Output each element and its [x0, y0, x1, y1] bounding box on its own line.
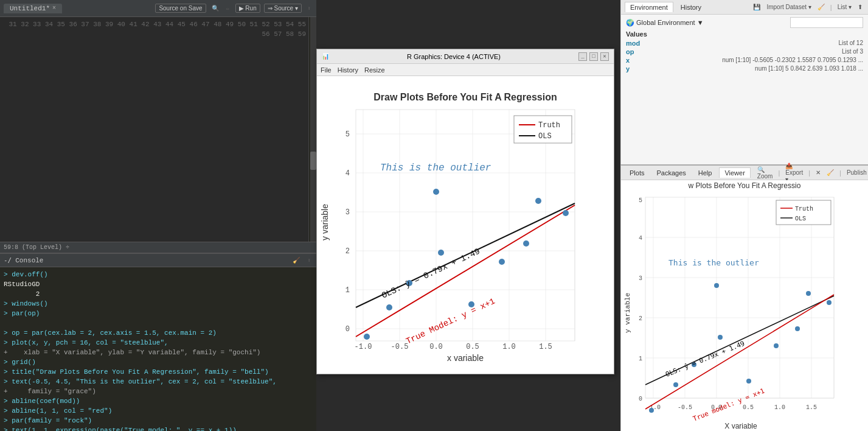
maximize-env-icon[interactable]: ⬆ — [856, 3, 864, 11]
svg-text:2: 2 — [639, 315, 642, 322]
r-graphics-title: R Graphics: Device 4 (ACTIVE) — [407, 53, 501, 60]
console-icon: -/ — [4, 256, 12, 264]
close-btn[interactable]: ✕ — [600, 52, 609, 61]
menu-resize[interactable]: Resize — [364, 66, 385, 74]
svg-text:4: 4 — [345, 169, 350, 178]
menu-history[interactable]: History — [338, 66, 358, 74]
viewer-content: w Plots Before You Fit A Regressio y var… — [621, 180, 868, 431]
source-label: ⇒ Source ▾ — [268, 5, 298, 12]
svg-text:1: 1 — [345, 286, 350, 295]
svg-text:0.0: 0.0 — [429, 343, 443, 351]
svg-point-82 — [806, 291, 811, 296]
svg-text:-1.0: -1.0 — [355, 343, 372, 351]
svg-text:y variable: y variable — [320, 203, 330, 240]
console-content[interactable]: > dev.off() RStudioGD 2 > windows() > pa… — [0, 267, 316, 431]
svg-text:-0.5: -0.5 — [678, 404, 692, 411]
global-env-label[interactable]: 🌍 Global Environment ▼ — [626, 19, 704, 27]
values-label: Values — [626, 30, 863, 38]
env-content: 🌍 Global Environment ▼ Values mod List o… — [621, 15, 868, 164]
editor-tab[interactable]: Untitled1* × — [4, 4, 62, 13]
scrollbar-thumb[interactable] — [310, 152, 316, 170]
scrollbar-vertical[interactable] — [310, 17, 316, 242]
import-dataset-btn[interactable]: Import Dataset ▾ — [765, 3, 813, 11]
viewer-toolbar: Plots Packages Help Viewer 🔍 Zoom | 📤 Ex… — [621, 166, 868, 180]
close-tab-icon[interactable]: × — [52, 5, 56, 12]
viewer-plot-title: w Plots Before You Fit A Regressio — [621, 180, 868, 191]
env-row-x: x num [1:10] -0.5605 -0.2302 1.5587 0.70… — [626, 56, 863, 65]
editor-toolbar: Untitled1* × Source on Save 🔍 ✏️ ▶ Run ⇒… — [0, 0, 316, 17]
environment-panel: Environment History 💾 Import Dataset ▾ 🧹… — [620, 0, 868, 164]
svg-point-32 — [433, 189, 439, 195]
svg-text:1.0: 1.0 — [774, 404, 785, 411]
tab-history[interactable]: History — [676, 2, 706, 12]
editor-panel: Untitled1* × Source on Save 🔍 ✏️ ▶ Run ⇒… — [0, 0, 316, 253]
svg-text:1.0: 1.0 — [502, 343, 516, 351]
spell-icon[interactable]: ✏️ — [224, 4, 232, 13]
svg-text:1.5: 1.5 — [539, 343, 552, 351]
window-controls: _ □ ✕ — [578, 52, 609, 61]
source-btn[interactable]: ⇒ Source ▾ — [264, 4, 302, 13]
main-plot-svg: Draw Plots Before You Fit A Regression 0 — [319, 82, 611, 368]
svg-point-39 — [364, 334, 370, 340]
svg-text:4: 4 — [639, 235, 642, 242]
tab-environment[interactable]: Environment — [625, 2, 673, 12]
svg-text:0.5: 0.5 — [466, 343, 479, 351]
svg-point-87 — [649, 408, 654, 413]
clear-console-icon[interactable]: 🧹 — [291, 256, 302, 265]
svg-point-89 — [795, 326, 800, 331]
run-btn[interactable]: ▶ Run — [235, 4, 260, 13]
run-label: ▶ Run — [239, 5, 257, 12]
restore-btn[interactable]: □ — [589, 52, 598, 61]
clear-env-icon[interactable]: 🧹 — [816, 3, 827, 11]
list-view-btn[interactable]: List ▾ — [836, 3, 853, 11]
svg-point-88 — [827, 300, 832, 305]
save-env-icon[interactable]: 💾 — [751, 3, 762, 11]
svg-text:x variable: x variable — [447, 353, 484, 363]
publish-btn[interactable]: Publish — [845, 169, 868, 177]
svg-text:1.5: 1.5 — [806, 404, 817, 411]
svg-text:-0.5: -0.5 — [391, 343, 409, 351]
maximize-console-icon[interactable]: ⬆ — [305, 256, 313, 265]
svg-text:Truth: Truth — [795, 206, 813, 212]
r-graphics-menu: File History Resize — [317, 64, 614, 76]
tab-help[interactable]: Help — [693, 168, 717, 178]
zoom-btn[interactable]: 🔍 Zoom — [755, 166, 775, 180]
menu-file[interactable]: File — [321, 66, 332, 74]
line-numbers: 31 32 33 34 35 36 37 38 39 40 41 42 43 4… — [0, 17, 309, 242]
broom-icon[interactable]: 🧹 — [825, 169, 836, 177]
svg-text:y variable: y variable — [624, 293, 631, 333]
svg-text:Draw Plots Before You Fit A Re: Draw Plots Before You Fit A Regression — [373, 92, 557, 102]
search-icon[interactable]: 🔍 — [210, 4, 221, 13]
svg-point-33 — [386, 304, 392, 310]
console-panel: -/ Console 🧹 ⬆ > dev.off() RStudioGD 2 >… — [0, 253, 316, 431]
svg-text:This is the outlier: This is the outlier — [668, 258, 759, 267]
svg-text:Truth: Truth — [538, 121, 560, 130]
viewer-panel: Plots Packages Help Viewer 🔍 Zoom | 📤 Ex… — [620, 164, 868, 431]
svg-text:5: 5 — [345, 130, 350, 139]
svg-text:OLS: OLS — [538, 132, 552, 141]
editor-code: 31 32 33 34 35 36 37 38 39 40 41 42 43 4… — [0, 17, 316, 242]
maximize-icon[interactable]: ⬆ — [305, 4, 313, 13]
tab-viewer[interactable]: Viewer — [719, 167, 750, 178]
delete-plot-icon[interactable]: ✕ — [814, 169, 822, 177]
svg-text:5: 5 — [639, 197, 642, 204]
env-search-input[interactable] — [790, 17, 863, 28]
svg-point-81 — [673, 382, 678, 387]
env-row-op: op List of 3 — [626, 47, 863, 56]
svg-text:0: 0 — [639, 396, 642, 402]
editor-tab-label: Untitled1* — [10, 5, 50, 12]
tab-plots[interactable]: Plots — [625, 168, 649, 178]
env-row-y: y num [1:10] 5 0.842 2.639 1.093 1.018 .… — [626, 65, 863, 73]
svg-text:This is the outlier: This is the outlier — [380, 163, 491, 173]
svg-point-41 — [523, 240, 529, 247]
svg-text:3: 3 — [345, 208, 350, 217]
svg-text:1: 1 — [639, 356, 642, 362]
svg-text:OLS: OLS — [795, 216, 806, 222]
r-graphics-titlebar: 📊 R Graphics: Device 4 (ACTIVE) _ □ ✕ — [317, 49, 614, 64]
editor-status: 59:8 (Top Level) ÷ — [0, 242, 316, 253]
tab-packages[interactable]: Packages — [651, 168, 690, 178]
r-graphics-window: 📊 R Graphics: Device 4 (ACTIVE) _ □ ✕ Fi… — [316, 49, 614, 374]
source-on-save-btn[interactable]: Source on Save — [155, 4, 206, 13]
minimize-btn[interactable]: _ — [578, 52, 587, 61]
r-graphics-content: Draw Plots Before You Fit A Regression 0 — [317, 76, 614, 374]
